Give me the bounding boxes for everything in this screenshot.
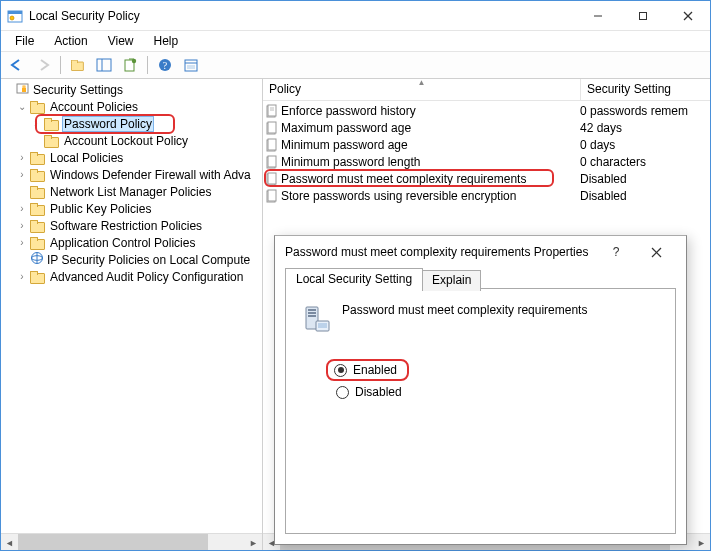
menu-action[interactable]: Action: [46, 33, 95, 49]
radio-disabled[interactable]: Disabled: [330, 381, 408, 403]
export-button[interactable]: [118, 54, 142, 76]
tree-root-label: Security Settings: [31, 83, 125, 97]
dialog-titlebar: Password must meet complexity requiremen…: [275, 236, 686, 268]
column-policy[interactable]: Policy ▲: [263, 79, 580, 100]
policy-name: Minimum password length: [281, 155, 580, 169]
up-button[interactable]: [66, 54, 90, 76]
security-settings-icon: [15, 81, 31, 98]
twisty-icon[interactable]: ›: [15, 237, 29, 248]
svg-rect-4: [639, 12, 646, 19]
help-button[interactable]: ?: [153, 54, 177, 76]
svg-point-10: [132, 59, 136, 63]
tree-audit[interactable]: › Advanced Audit Policy Configuration: [1, 268, 262, 285]
tree-password-policy[interactable]: › Password Policy: [1, 115, 262, 132]
tree-account-policies[interactable]: ⌄ Account Policies: [1, 98, 262, 115]
folder-icon: [29, 168, 45, 182]
radio-disabled-label: Disabled: [355, 385, 402, 399]
tab-explain[interactable]: Explain: [422, 270, 481, 291]
policy-row[interactable]: Minimum password length 0 characters: [263, 153, 710, 170]
ipsec-icon: [29, 251, 45, 268]
folder-icon: [29, 219, 45, 233]
tree-root[interactable]: Security Settings: [1, 81, 262, 98]
tree-firewall[interactable]: › Windows Defender Firewall with Adva: [1, 166, 262, 183]
policy-value: Disabled: [580, 189, 710, 203]
radio-enabled[interactable]: Enabled: [326, 359, 409, 381]
minimize-button[interactable]: [575, 1, 620, 30]
forward-button[interactable]: [31, 54, 55, 76]
tree-app-control[interactable]: › Application Control Policies: [1, 234, 262, 251]
svg-rect-36: [268, 190, 276, 201]
twisty-icon[interactable]: ›: [15, 169, 29, 180]
tree-label: Network List Manager Policies: [48, 185, 213, 199]
svg-rect-40: [308, 309, 316, 311]
policy-item-icon: [263, 172, 281, 186]
scroll-thumb[interactable]: [18, 534, 208, 550]
radio-enabled-label: Enabled: [353, 363, 397, 377]
menu-file[interactable]: File: [7, 33, 42, 49]
tree-pane[interactable]: Security Settings ⌄ Account Policies › P…: [1, 79, 263, 550]
radio-icon: [334, 364, 347, 377]
twisty-icon[interactable]: ›: [15, 152, 29, 163]
policy-name: Password must meet complexity requiremen…: [281, 172, 580, 186]
dialog-heading: Password must meet complexity requiremen…: [342, 303, 587, 317]
svg-rect-34: [268, 173, 276, 184]
show-hide-tree-button[interactable]: [92, 54, 116, 76]
menubar: File Action View Help: [1, 31, 710, 51]
sort-asc-icon: ▲: [418, 79, 426, 87]
column-setting[interactable]: Security Setting: [580, 79, 710, 100]
menu-view[interactable]: View: [100, 33, 142, 49]
scroll-left-icon[interactable]: ◄: [1, 534, 18, 550]
tree-software-restriction[interactable]: › Software Restriction Policies: [1, 217, 262, 234]
maximize-button[interactable]: [620, 1, 665, 30]
policy-item-icon: [263, 138, 281, 152]
twisty-icon[interactable]: ›: [15, 271, 29, 282]
policy-row[interactable]: Minimum password age 0 days: [263, 136, 710, 153]
properties-dialog: Password must meet complexity requiremen…: [274, 235, 687, 545]
folder-icon: [29, 270, 45, 284]
tree-label: Windows Defender Firewall with Adva: [48, 168, 253, 182]
tree-account-lockout[interactable]: Account Lockout Policy: [1, 132, 262, 149]
properties-button[interactable]: [179, 54, 203, 76]
tree-hscroll[interactable]: ◄ ►: [1, 533, 262, 550]
tab-local-security[interactable]: Local Security Setting: [285, 268, 423, 289]
policy-value: 0 passwords remem: [580, 104, 710, 118]
scroll-right-icon[interactable]: ►: [245, 534, 262, 550]
back-button[interactable]: [5, 54, 29, 76]
policy-row[interactable]: Maximum password age 42 days: [263, 119, 710, 136]
twisty-icon[interactable]: ›: [29, 118, 43, 129]
policy-value: 0 characters: [580, 155, 710, 169]
twisty-icon[interactable]: ›: [15, 220, 29, 231]
close-button[interactable]: [665, 1, 710, 30]
svg-point-2: [10, 16, 14, 20]
tree-label: Advanced Audit Policy Configuration: [48, 270, 245, 284]
policy-row[interactable]: Enforce password history 0 passwords rem…: [263, 102, 710, 119]
policy-row[interactable]: Password must meet complexity requiremen…: [263, 170, 710, 187]
policy-item-icon: [263, 189, 281, 203]
policy-row[interactable]: Store passwords using reversible encrypt…: [263, 187, 710, 204]
policy-name: Maximum password age: [281, 121, 580, 135]
menu-help[interactable]: Help: [146, 33, 187, 49]
tree-public-key[interactable]: › Public Key Policies: [1, 200, 262, 217]
tree-local-policies[interactable]: › Local Policies: [1, 149, 262, 166]
tree-label: IP Security Policies on Local Compute: [45, 253, 252, 267]
svg-rect-41: [308, 312, 316, 314]
tree-label: Public Key Policies: [48, 202, 153, 216]
tree-label: Application Control Policies: [48, 236, 197, 250]
dialog-title: Password must meet complexity requiremen…: [285, 245, 596, 259]
tree-ipsec[interactable]: IP Security Policies on Local Compute: [1, 251, 262, 268]
svg-rect-18: [22, 88, 26, 92]
radio-icon: [336, 386, 349, 399]
svg-rect-30: [268, 139, 276, 150]
folder-lock-icon: [43, 117, 59, 131]
twisty-icon[interactable]: ⌄: [15, 101, 29, 112]
svg-rect-32: [268, 156, 276, 167]
dialog-help-button[interactable]: ?: [596, 240, 636, 264]
tree-label: Account Policies: [48, 100, 140, 114]
twisty-icon[interactable]: ›: [15, 203, 29, 214]
tree-network-list[interactable]: Network List Manager Policies: [1, 183, 262, 200]
scroll-right-icon[interactable]: ►: [693, 534, 710, 550]
tree-label: Software Restriction Policies: [48, 219, 204, 233]
toolbar: ?: [1, 51, 710, 79]
dialog-close-button[interactable]: [636, 240, 676, 264]
svg-rect-28: [268, 122, 276, 133]
